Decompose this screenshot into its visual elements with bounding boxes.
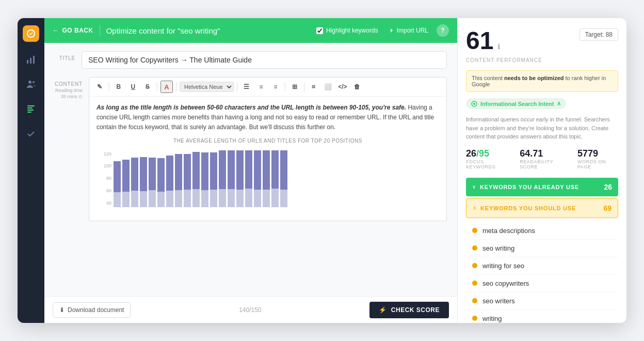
keywords-should-use-header[interactable]: ∧ KEYWORDS YOU SHOULD USE 69 [466, 198, 618, 218]
keyword-list-item[interactable]: writing [466, 310, 618, 323]
keyword-text: seo writing [482, 244, 514, 252]
keyword-list-item[interactable]: seo writing [466, 240, 618, 257]
score-header: 61 ℹ Target: 88 [466, 28, 618, 53]
reading-time-value: 35 mins ⊙ [55, 94, 83, 99]
keywords-already-use-header[interactable]: ∨ KEYWORDS YOU ALREADY USE 26 [466, 178, 618, 196]
keywords-already-use-section: ∨ KEYWORDS YOU ALREADY USE 26 [466, 178, 618, 196]
keyword-dot [472, 316, 477, 321]
y-120: 120 [104, 150, 111, 158]
toolbar-list-ul[interactable]: ☰ [240, 81, 253, 93]
highlight-checkbox[interactable] [316, 27, 323, 34]
chart-bar-group [131, 150, 138, 207]
chart-bar-dark [236, 150, 244, 190]
chart-bar-light [245, 189, 252, 207]
chart-bar-group [149, 150, 156, 207]
help-button[interactable]: ? [437, 24, 449, 37]
y-40: 40 [104, 199, 111, 207]
chart-bar-dark [219, 150, 226, 189]
import-url-button[interactable]: Import URL [387, 27, 428, 34]
focus-keywords-value: 26/95 [466, 148, 511, 159]
sep5 [285, 82, 285, 91]
toolbar: ✎ B U S A Helvetica Neue ☰ ≡ [89, 78, 446, 97]
keyword-text: seo writers [482, 297, 515, 305]
toolbar-table[interactable]: ⊞ [288, 81, 301, 93]
readability-label: READABILITY SCORE [520, 159, 569, 169]
title-input[interactable] [82, 51, 447, 69]
highlight-keywords-toggle[interactable]: Highlight keywords [316, 27, 378, 34]
chart-bar-dark [122, 160, 130, 192]
toolbar-color[interactable]: A [160, 81, 173, 93]
toolbar-delete[interactable]: 🗑 [351, 81, 363, 93]
keyword-list-item[interactable]: seo writers [466, 292, 618, 310]
sidebar-icon-check[interactable] [24, 127, 38, 141]
chart-bar-dark [131, 158, 138, 191]
toolbar-code[interactable]: </> [336, 81, 349, 93]
editor-area: TITLE CONTENT Reading time 35 mins ⊙ ✎ B [44, 43, 457, 296]
sep3 [176, 82, 176, 91]
chart-bar-group [201, 150, 208, 207]
download-button[interactable]: ⬇ Download document [53, 302, 131, 318]
content-performance-label: CONTENT PERFORMANCE [466, 57, 618, 63]
editor-content[interactable]: As long as the title length is between 5… [89, 97, 446, 221]
keyword-list: meta descriptionsseo writingwriting for … [466, 220, 618, 323]
focus-keywords-label: FOCUS KEYWORDS [466, 159, 511, 169]
check-score-button[interactable]: ⚡ CHECK SCORE [369, 302, 449, 318]
words-label: WORDS ON PAGE [577, 159, 618, 169]
bottom-bar: ⬇ Download document 140/150 ⚡ CHECK SCOR… [44, 296, 457, 323]
import-url-label: Import URL [397, 27, 428, 34]
title-prefix: Optimize content for [106, 26, 178, 35]
back-button[interactable]: ← GO BACK [53, 27, 93, 34]
y-100: 100 [104, 162, 111, 169]
chart-bar-group [166, 150, 173, 207]
svg-rect-9 [27, 112, 31, 113]
chart-bar-light [236, 190, 244, 207]
chart-bar-dark [184, 154, 191, 190]
toolbar-underline[interactable]: U [127, 81, 139, 93]
intent-badge-container: Informational Search Intent ∧ [466, 98, 618, 112]
chart-bar-light [280, 190, 287, 207]
highlight-label: Highlight keywords [326, 27, 378, 34]
chart-bar-light [122, 192, 130, 207]
sep6 [304, 82, 304, 91]
toolbar-bold[interactable]: B [112, 81, 125, 93]
help-label: ? [441, 27, 444, 34]
sep2 [157, 82, 157, 91]
toolbar-pencil[interactable]: ✎ [93, 81, 106, 93]
reading-time-label: Reading time [55, 88, 83, 93]
readability-stat: 64.71 READABILITY SCORE [520, 148, 569, 169]
back-label: GO BACK [62, 27, 93, 34]
chart-bar-dark [228, 150, 235, 189]
keyword-list-item[interactable]: seo copywriters [466, 275, 618, 292]
word-count: 140/150 [239, 306, 261, 314]
toolbar-strikethrough[interactable]: S [141, 81, 154, 93]
sidebar-icon-users[interactable] [24, 77, 38, 91]
toolbar-link[interactable]: ⌗ [308, 81, 320, 93]
chart-bar-group [114, 150, 121, 207]
svg-rect-7 [27, 107, 33, 109]
intent-badge[interactable]: Informational Search Intent ∧ [466, 98, 566, 109]
chart-bar-dark [157, 158, 165, 192]
toolbar-list-ol[interactable]: ≡ [255, 81, 267, 93]
chart-bar-light [201, 190, 208, 207]
toolbar-align[interactable]: ≡ [269, 81, 282, 93]
sep4 [237, 82, 237, 91]
already-use-count: 26 [604, 183, 612, 191]
chart-bar-dark [280, 150, 287, 190]
title-keyword: "seo writing" [178, 26, 220, 35]
topbar-actions: Highlight keywords Import URL ? [316, 24, 449, 37]
chart-bar-light [166, 191, 173, 207]
topbar: ← GO BACK Optimize content for "seo writ… [44, 18, 457, 43]
chart-bar-group [236, 150, 244, 207]
sidebar-logo[interactable] [23, 25, 39, 42]
y-60: 60 [104, 187, 111, 194]
keyword-text: seo copywriters [482, 280, 529, 287]
font-family-select[interactable]: Helvetica Neue [180, 82, 234, 92]
toolbar-image[interactable]: ⬜ [322, 81, 334, 93]
chart-bar-group [184, 150, 191, 207]
sidebar-icon-content[interactable] [24, 102, 38, 116]
keyword-list-item[interactable]: meta descriptions [466, 222, 618, 240]
chart-bar-dark [192, 152, 200, 189]
keyword-list-item[interactable]: writing for seo [466, 257, 618, 275]
sidebar-icon-chart[interactable] [24, 52, 38, 67]
keyword-text: meta descriptions [482, 227, 535, 235]
